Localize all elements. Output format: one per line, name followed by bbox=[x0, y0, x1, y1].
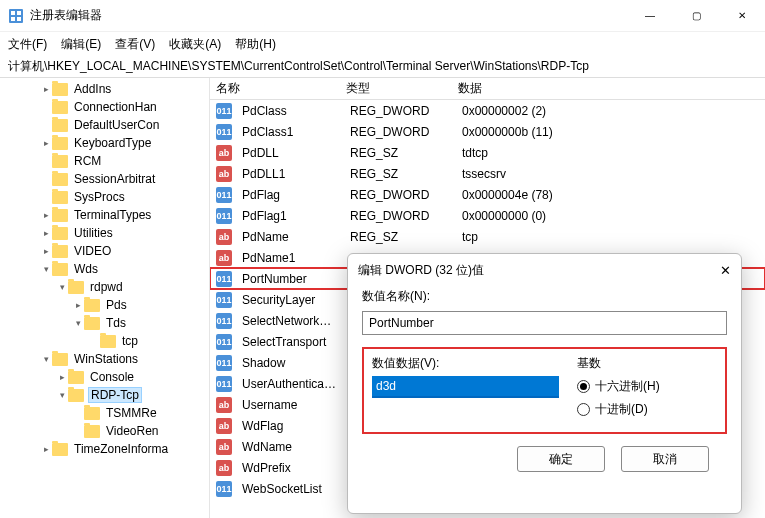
folder-icon bbox=[68, 389, 84, 402]
binary-icon: 011 bbox=[216, 376, 232, 392]
radio-dec[interactable]: 十进制(D) bbox=[577, 401, 717, 418]
menu-favorites[interactable]: 收藏夹(A) bbox=[169, 36, 221, 53]
tree-item[interactable]: ▾Wds bbox=[0, 260, 209, 278]
value-name: WebSocketList bbox=[236, 482, 344, 496]
value-data: 0x00000000 (0) bbox=[456, 209, 765, 223]
value-name-input[interactable] bbox=[362, 311, 727, 335]
col-header-data[interactable]: 数据 bbox=[452, 80, 765, 97]
menu-edit[interactable]: 编辑(E) bbox=[61, 36, 101, 53]
tree-item-label: DefaultUserCon bbox=[72, 118, 161, 132]
value-data: tcp bbox=[456, 230, 765, 244]
binary-icon: 011 bbox=[216, 271, 232, 287]
value-type: REG_SZ bbox=[344, 146, 456, 160]
tree-item[interactable]: ConnectionHan bbox=[0, 98, 209, 116]
value-name: PdDLL1 bbox=[236, 167, 344, 181]
tree-item[interactable]: TSMMRe bbox=[0, 404, 209, 422]
tree-item-label: TimeZoneInforma bbox=[72, 442, 170, 456]
string-icon: ab bbox=[216, 460, 232, 476]
menu-file[interactable]: 文件(F) bbox=[8, 36, 47, 53]
close-button[interactable]: ✕ bbox=[719, 0, 765, 32]
tree-item[interactable]: DefaultUserCon bbox=[0, 116, 209, 134]
tree-item[interactable]: RCM bbox=[0, 152, 209, 170]
caret-icon: ▸ bbox=[72, 300, 84, 310]
highlight-box: 数值数据(V): 基数 十六进制(H) 十进制(D) bbox=[362, 347, 727, 434]
tree-view[interactable]: ▸AddInsConnectionHanDefaultUserCon▸Keybo… bbox=[0, 78, 210, 518]
caret-icon: ▸ bbox=[56, 372, 68, 382]
tree-item-label: Tds bbox=[104, 316, 128, 330]
app-icon bbox=[8, 8, 24, 24]
col-header-type[interactable]: 类型 bbox=[340, 80, 452, 97]
tree-item[interactable]: SessionArbitrat bbox=[0, 170, 209, 188]
tree-item[interactable]: ▾rdpwd bbox=[0, 278, 209, 296]
value-type: REG_DWORD bbox=[344, 188, 456, 202]
ok-button[interactable]: 确定 bbox=[517, 446, 605, 472]
svg-rect-2 bbox=[17, 11, 21, 15]
tree-item[interactable]: ▾RDP-Tcp bbox=[0, 386, 209, 404]
tree-item[interactable]: ▸Utilities bbox=[0, 224, 209, 242]
caret-icon: ▾ bbox=[40, 264, 52, 274]
folder-icon bbox=[68, 281, 84, 294]
registry-value-row[interactable]: 011PdFlagREG_DWORD0x0000004e (78) bbox=[210, 184, 765, 205]
value-name: PortNumber bbox=[236, 272, 344, 286]
col-header-name[interactable]: 名称 bbox=[210, 80, 340, 97]
radio-hex-indicator bbox=[577, 380, 590, 393]
tree-item[interactable]: tcp bbox=[0, 332, 209, 350]
string-icon: ab bbox=[216, 229, 232, 245]
cancel-button[interactable]: 取消 bbox=[621, 446, 709, 472]
value-name: PdClass1 bbox=[236, 125, 344, 139]
binary-icon: 011 bbox=[216, 334, 232, 350]
caret-icon: ▾ bbox=[56, 282, 68, 292]
caret-icon: ▾ bbox=[72, 318, 84, 328]
radio-hex[interactable]: 十六进制(H) bbox=[577, 378, 717, 395]
tree-item[interactable]: ▸Console bbox=[0, 368, 209, 386]
tree-item-label: VIDEO bbox=[72, 244, 113, 258]
value-data: 0x00000002 (2) bbox=[456, 104, 765, 118]
tree-item-label: tcp bbox=[120, 334, 140, 348]
value-name: WdFlag bbox=[236, 419, 344, 433]
base-label: 基数 bbox=[577, 355, 717, 372]
tree-item-label: VideoRen bbox=[104, 424, 161, 438]
binary-icon: 011 bbox=[216, 208, 232, 224]
folder-icon bbox=[52, 173, 68, 186]
registry-value-row[interactable]: 011PdClassREG_DWORD0x00000002 (2) bbox=[210, 100, 765, 121]
address-bar[interactable]: 计算机\HKEY_LOCAL_MACHINE\SYSTEM\CurrentCon… bbox=[0, 56, 765, 78]
edit-dword-dialog: 编辑 DWORD (32 位)值 ✕ 数值名称(N): 数值数据(V): 基数 … bbox=[347, 253, 742, 514]
registry-value-row[interactable]: 011PdFlag1REG_DWORD0x00000000 (0) bbox=[210, 205, 765, 226]
tree-item-label: rdpwd bbox=[88, 280, 125, 294]
registry-value-row[interactable]: abPdNameREG_SZtcp bbox=[210, 226, 765, 247]
registry-value-row[interactable]: 011PdClass1REG_DWORD0x0000000b (11) bbox=[210, 121, 765, 142]
value-name: PdClass bbox=[236, 104, 344, 118]
tree-item[interactable]: ▸KeyboardType bbox=[0, 134, 209, 152]
registry-value-row[interactable]: abPdDLLREG_SZtdtcp bbox=[210, 142, 765, 163]
value-name: UserAuthentica… bbox=[236, 377, 344, 391]
dialog-titlebar: 编辑 DWORD (32 位)值 ✕ bbox=[348, 254, 741, 286]
tree-item[interactable]: ▸VIDEO bbox=[0, 242, 209, 260]
tree-item[interactable]: ▾WinStations bbox=[0, 350, 209, 368]
dialog-close-button[interactable]: ✕ bbox=[720, 263, 731, 278]
registry-value-row[interactable]: abPdDLL1REG_SZtssecsrv bbox=[210, 163, 765, 184]
value-data-input[interactable] bbox=[372, 376, 559, 398]
value-name: WdPrefix bbox=[236, 461, 344, 475]
string-icon: ab bbox=[216, 166, 232, 182]
tree-item-label: SysProcs bbox=[72, 190, 127, 204]
menu-help[interactable]: 帮助(H) bbox=[235, 36, 276, 53]
folder-icon bbox=[52, 137, 68, 150]
tree-item[interactable]: ▸TimeZoneInforma bbox=[0, 440, 209, 458]
binary-icon: 011 bbox=[216, 124, 232, 140]
binary-icon: 011 bbox=[216, 481, 232, 497]
menu-view[interactable]: 查看(V) bbox=[115, 36, 155, 53]
tree-item-label: RDP-Tcp bbox=[88, 387, 142, 403]
value-name: PdName bbox=[236, 230, 344, 244]
folder-icon bbox=[52, 227, 68, 240]
tree-item[interactable]: ▸Pds bbox=[0, 296, 209, 314]
tree-item[interactable]: VideoRen bbox=[0, 422, 209, 440]
folder-icon bbox=[52, 245, 68, 258]
tree-item[interactable]: ▸TerminalTypes bbox=[0, 206, 209, 224]
svg-rect-4 bbox=[17, 17, 21, 21]
minimize-button[interactable]: — bbox=[627, 0, 673, 32]
tree-item[interactable]: ▾Tds bbox=[0, 314, 209, 332]
tree-item[interactable]: ▸AddIns bbox=[0, 80, 209, 98]
value-name: SelectNetwork… bbox=[236, 314, 344, 328]
maximize-button[interactable]: ▢ bbox=[673, 0, 719, 32]
tree-item[interactable]: SysProcs bbox=[0, 188, 209, 206]
